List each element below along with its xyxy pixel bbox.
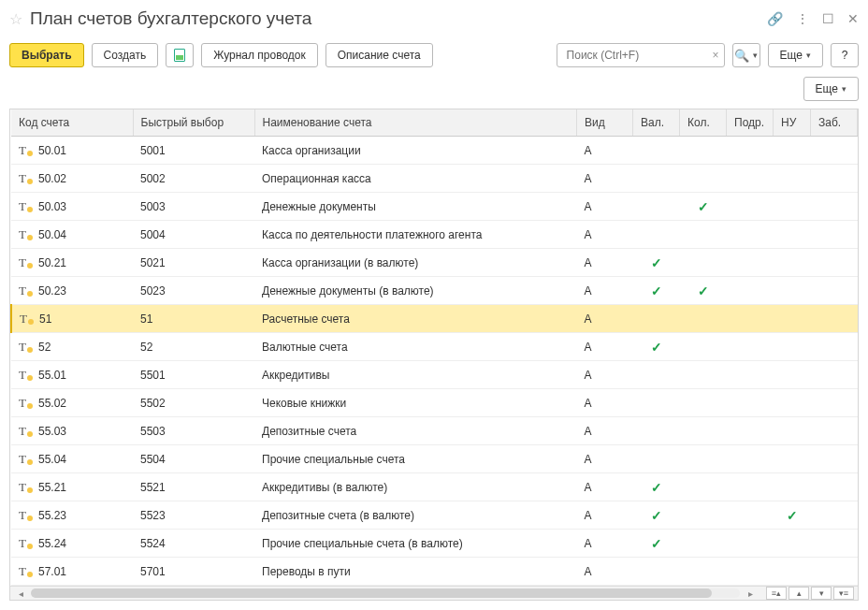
cell-sub (727, 530, 774, 558)
secondary-toolbar: Еще ▾ (9, 77, 859, 101)
account-type-icon: T (19, 199, 33, 214)
cell-name: Касса организации (254, 137, 577, 165)
cell-sub (727, 137, 774, 165)
cell-kind: А (577, 473, 633, 501)
table-row[interactable]: T55.245524Прочие специальные счета (в ва… (11, 530, 858, 558)
create-button[interactable]: Создать (92, 43, 159, 67)
table-row[interactable]: T55.235523Депозитные счета (в валюте)А✓✓ (11, 501, 858, 530)
table-row[interactable]: T50.015001Касса организацииА (11, 137, 858, 165)
col-header-quick[interactable]: Быстрый выбор (133, 109, 254, 137)
cell-zab (811, 501, 858, 530)
cell-kind: А (577, 501, 633, 530)
cell-nu: ✓ (774, 501, 811, 530)
favorite-star-icon[interactable]: ☆ (9, 10, 22, 28)
col-header-val[interactable]: Вал. (633, 109, 680, 137)
cell-nu (774, 445, 811, 473)
close-icon[interactable]: ✕ (847, 11, 859, 26)
table-row[interactable]: T5151Расчетные счетаА (11, 305, 858, 333)
cell-zab (811, 333, 858, 361)
cell-zab (811, 389, 858, 417)
search-options-button[interactable]: 🔍 ▾ (732, 43, 760, 67)
search-input[interactable] (565, 48, 709, 63)
journal-button[interactable]: Журнал проводок (201, 43, 318, 67)
copy-button[interactable] (166, 43, 194, 67)
account-type-icon: T (19, 171, 33, 186)
table-row[interactable]: T50.045004Касса по деятельности платежно… (11, 221, 858, 249)
scroll-thumb[interactable] (31, 588, 712, 598)
cell-qty (680, 445, 727, 473)
table-row[interactable]: T57.015701Переводы в путиА (11, 558, 858, 586)
horizontal-scrollbar[interactable]: ◂ ▸ ≡▴ ▴ ▾ ▾≡ (10, 586, 858, 600)
clear-search-icon[interactable]: × (709, 49, 723, 62)
cell-qty: ✓ (680, 277, 727, 305)
table-more-button[interactable]: Еще ▾ (803, 77, 859, 101)
scroll-left-icon[interactable]: ◂ (14, 588, 27, 599)
col-header-zab[interactable]: Заб. (811, 109, 858, 137)
nav-up-button[interactable]: ▴ (788, 587, 809, 600)
cell-name: Аккредитивы (в валюте) (254, 473, 577, 501)
col-header-code[interactable]: Код счета (11, 109, 133, 137)
cell-code: T55.04 (11, 445, 133, 473)
col-header-name[interactable]: Наименование счета (254, 109, 577, 137)
maximize-icon[interactable]: ☐ (822, 11, 834, 26)
cell-nu (774, 389, 811, 417)
nav-bottom-button[interactable]: ▾≡ (833, 587, 854, 600)
link-icon[interactable]: 🔗 (767, 11, 783, 26)
account-code: 50.01 (38, 144, 66, 157)
cell-kind: А (577, 165, 633, 193)
table-row[interactable]: T50.215021Касса организации (в валюте)А✓ (11, 249, 858, 277)
help-button[interactable]: ? (831, 43, 859, 67)
table-row[interactable]: T55.215521Аккредитивы (в валюте)А✓ (11, 473, 858, 501)
table-row[interactable]: T50.235023Денежные документы (в валюте)А… (11, 277, 858, 305)
col-header-sub[interactable]: Подр. (727, 109, 774, 137)
table-row[interactable]: T50.035003Денежные документыА✓ (11, 193, 858, 221)
account-code: 55.02 (38, 397, 66, 410)
cell-nu (774, 137, 811, 165)
cell-code: T55.02 (11, 389, 133, 417)
cell-nu (774, 361, 811, 389)
document-icon (174, 49, 185, 62)
select-button[interactable]: Выбрать (9, 43, 84, 67)
cell-name: Аккредитивы (254, 361, 577, 389)
table-row[interactable]: T50.025002Операционная кассаА (11, 165, 858, 193)
cell-qty: ✓ (680, 193, 727, 221)
scroll-right-icon[interactable]: ▸ (744, 588, 757, 599)
table-row[interactable]: T5252Валютные счетаА✓ (11, 333, 858, 361)
description-button[interactable]: Описание счета (326, 43, 433, 67)
nav-down-button[interactable]: ▾ (811, 587, 832, 600)
cell-nu (774, 249, 811, 277)
cell-val (633, 417, 680, 445)
cell-quick: 5004 (133, 221, 254, 249)
table-row[interactable]: T55.045504Прочие специальные счетаА (11, 445, 858, 473)
table-row[interactable]: T55.025502Чековые книжкиА (11, 389, 858, 417)
col-header-nu[interactable]: НУ (774, 109, 811, 137)
more-button[interactable]: Еще ▾ (768, 43, 823, 67)
cell-val (633, 389, 680, 417)
cell-sub (727, 333, 774, 361)
col-header-qty[interactable]: Кол. (680, 109, 727, 137)
account-code: 55.23 (38, 509, 66, 522)
titlebar: ☆ План счетов бухгалтерского учета 🔗 ⋮ ☐… (9, 6, 859, 32)
table-row[interactable]: T55.015501АккредитивыА (11, 361, 858, 389)
account-code: 50.23 (38, 284, 66, 298)
nav-top-button[interactable]: ≡▴ (766, 587, 787, 600)
scroll-track[interactable] (31, 588, 740, 598)
cell-qty (680, 417, 727, 445)
cell-code: T55.01 (11, 361, 133, 389)
cell-sub (727, 193, 774, 221)
cell-name: Депозитные счета (254, 417, 577, 445)
account-type-icon: T (19, 283, 33, 298)
col-header-kind[interactable]: Вид (577, 109, 633, 137)
table-row[interactable]: T55.035503Депозитные счетаА (11, 417, 858, 445)
magnifier-icon: 🔍 (734, 49, 749, 63)
cell-zab (811, 249, 858, 277)
cell-val: ✓ (633, 473, 680, 501)
cell-kind: А (577, 361, 633, 389)
checkmark-icon: ✓ (698, 199, 709, 214)
kebab-menu-icon[interactable]: ⋮ (796, 11, 809, 26)
cell-sub (727, 221, 774, 249)
cell-name: Чековые книжки (254, 389, 577, 417)
cell-code: T51 (11, 305, 133, 333)
search-field[interactable]: × (557, 43, 725, 67)
cell-sub (727, 305, 774, 333)
